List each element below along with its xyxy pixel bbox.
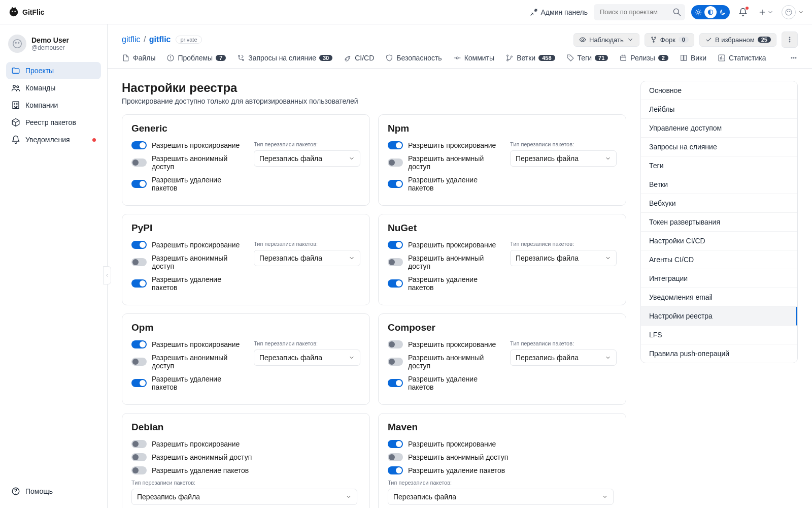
rewrite-select[interactable]: Перезапись файла — [510, 250, 617, 266]
help-link[interactable]: Помощь — [6, 483, 101, 500]
settings-side-item[interactable]: Ветки — [641, 175, 797, 194]
breadcrumb-owner[interactable]: gitflic — [122, 35, 140, 44]
settings-side-item[interactable]: Уведомления email — [641, 288, 797, 307]
toggle[interactable] — [388, 379, 403, 387]
search-icon[interactable] — [672, 7, 682, 17]
settings-side-item[interactable]: Интеграции — [641, 269, 797, 288]
svg-point-2 — [15, 10, 16, 11]
anon-toggle-row: Разрешить анонимный доступ — [131, 354, 244, 370]
toggle[interactable] — [131, 440, 147, 448]
sidebar-item-notifications[interactable]: Уведомления — [6, 131, 101, 148]
sidebar-user[interactable]: Demo User @demouser — [6, 33, 101, 62]
tab-issues[interactable]: Проблемы7 — [166, 54, 226, 68]
rewrite-select[interactable]: Перезапись файла — [254, 250, 360, 266]
rewrite-select[interactable]: Перезапись файла — [254, 350, 360, 366]
card-title: PyPI — [131, 223, 360, 234]
toggle[interactable] — [388, 358, 403, 366]
select-label: Тип перезаписи пакетов: — [510, 340, 617, 346]
settings-side-item[interactable]: LFS — [641, 326, 797, 344]
watch-button[interactable]: Наблюдать — [573, 33, 639, 47]
toggle[interactable] — [388, 180, 403, 188]
tabs-more[interactable] — [790, 54, 798, 68]
sidebar-item-teams[interactable]: Команды — [6, 79, 101, 97]
registry-card-generic: Generic Разрешить проксирование Разрешит… — [122, 114, 370, 206]
settings-side-item[interactable]: Настройки реестра — [641, 307, 797, 326]
tab-tags[interactable]: Теги71 — [566, 54, 608, 68]
user-menu[interactable] — [782, 5, 804, 19]
toggle[interactable] — [388, 241, 403, 249]
tab-files[interactable]: Файлы — [122, 54, 155, 68]
toggle[interactable] — [131, 180, 147, 188]
star-button[interactable]: В избранном 25 — [699, 33, 776, 47]
tab-cicd[interactable]: CI/CD — [344, 54, 374, 68]
toggle[interactable] — [388, 279, 403, 288]
tab-branches[interactable]: Ветки458 — [505, 54, 555, 68]
fork-button[interactable]: Форк 0 — [645, 33, 694, 47]
delete-toggle-row: Разрешить удаление пакетов — [131, 375, 244, 391]
breadcrumb-repo[interactable]: gitflic — [149, 35, 171, 44]
breadcrumb: gitflic / gitflic — [122, 35, 171, 44]
toggle[interactable] — [388, 340, 403, 348]
toggle[interactable] — [131, 279, 147, 288]
toggle[interactable] — [131, 358, 147, 366]
svg-point-13 — [17, 86, 19, 88]
anon-toggle-row: Разрешить анонимный доступ — [131, 453, 360, 461]
toggle[interactable] — [388, 258, 403, 266]
settings-side-item[interactable]: Управление доступом — [641, 119, 797, 138]
toggle[interactable] — [388, 453, 403, 461]
toggle[interactable] — [131, 141, 147, 149]
toggle[interactable] — [388, 466, 403, 474]
settings-side-item[interactable]: Лейблы — [641, 100, 797, 119]
toggle[interactable] — [131, 379, 147, 387]
settings-side-item[interactable]: Вебхуки — [641, 194, 797, 213]
rewrite-select[interactable]: Перезапись файла — [254, 150, 360, 167]
registry-card-pypi: PyPI Разрешить проксирование Разрешить а… — [122, 214, 370, 305]
settings-side-item[interactable]: Запросы на слияние — [641, 138, 797, 156]
tab-security[interactable]: Безопасность — [385, 54, 442, 68]
rewrite-select[interactable]: Перезапись файла — [510, 150, 617, 167]
toggle[interactable] — [131, 158, 147, 167]
tab-stats[interactable]: Статистика — [718, 54, 766, 68]
svg-point-4 — [697, 11, 700, 13]
theme-auto[interactable] — [692, 6, 704, 18]
tab-commits[interactable]: Коммиты — [453, 54, 495, 68]
toggle[interactable] — [131, 466, 147, 474]
logo[interactable]: GitFlic — [8, 7, 45, 18]
svg-point-6 — [786, 9, 792, 15]
search-input[interactable] — [594, 4, 685, 20]
delete-toggle-row: Разрешить удаление пакетов — [131, 275, 244, 292]
settings-side-item[interactable]: Настройки CI/CD — [641, 232, 797, 250]
sidebar-item-projects[interactable]: Проекты — [6, 62, 101, 79]
sidebar-item-registry[interactable]: Реестр пакетов — [6, 114, 101, 131]
create-menu[interactable] — [756, 8, 775, 16]
chevron-down-icon — [602, 494, 608, 500]
rewrite-select[interactable]: Перезапись файла — [510, 350, 617, 366]
settings-side-item[interactable]: Агенты CI/CD — [641, 250, 797, 269]
svg-point-33 — [793, 57, 794, 58]
settings-side-item[interactable]: Теги — [641, 156, 797, 175]
settings-side-item[interactable]: Основное — [641, 81, 797, 100]
settings-side-item[interactable]: Токен развертывания — [641, 213, 797, 232]
rewrite-select[interactable]: Перезапись файла — [131, 489, 357, 505]
search-wrap — [594, 4, 685, 20]
theme-dark[interactable] — [717, 6, 729, 18]
notifications-button[interactable] — [736, 5, 750, 19]
toggle[interactable] — [131, 241, 147, 249]
tab-wiki[interactable]: Вики — [680, 54, 706, 68]
more-actions-button[interactable] — [782, 31, 798, 48]
rewrite-select[interactable]: Перезапись файла — [388, 489, 614, 505]
toggle[interactable] — [131, 258, 147, 266]
toggle[interactable] — [388, 158, 403, 167]
theme-light[interactable] — [704, 6, 717, 18]
toggle[interactable] — [388, 141, 403, 149]
admin-panel-link[interactable]: Админ панель — [530, 8, 588, 16]
toggle[interactable] — [131, 340, 147, 348]
sidebar-item-companies[interactable]: Компании — [6, 97, 101, 114]
tab-merge-requests[interactable]: Запросы на слияние30 — [237, 54, 332, 68]
svg-point-7 — [787, 11, 788, 12]
toggle[interactable] — [131, 453, 147, 461]
settings-side-item[interactable]: Правила push-операций — [641, 344, 797, 363]
tab-releases[interactable]: Релизы2 — [619, 54, 668, 68]
help-icon — [11, 487, 20, 496]
toggle[interactable] — [388, 440, 403, 448]
